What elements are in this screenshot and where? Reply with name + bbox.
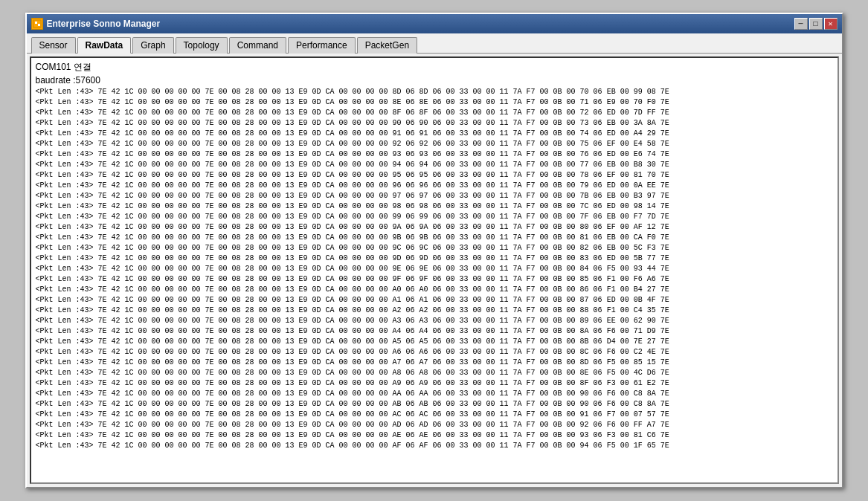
tab-command[interactable]: Command bbox=[229, 37, 286, 54]
data-line: <Pkt Len :43> 7E 42 1C 00 00 00 00 00 7E… bbox=[36, 212, 833, 222]
data-line: <Pkt Len :43> 7E 42 1C 00 00 00 00 00 7E… bbox=[36, 306, 833, 316]
data-line: <Pkt Len :43> 7E 42 1C 00 00 00 00 00 7E… bbox=[36, 430, 833, 441]
data-line: <Pkt Len :43> 7E 42 1C 00 00 00 00 00 7E… bbox=[36, 347, 833, 358]
baudrate-info: baudrate :57600 bbox=[36, 75, 833, 85]
data-line: <Pkt Len :43> 7E 42 1C 00 00 00 00 00 7E… bbox=[36, 160, 833, 170]
svg-rect-1 bbox=[35, 22, 37, 24]
data-line: <Pkt Len :43> 7E 42 1C 00 00 00 00 00 7E… bbox=[36, 253, 833, 264]
data-line: <Pkt Len :43> 7E 42 1C 00 00 00 00 00 7E… bbox=[36, 149, 833, 160]
minimize-button[interactable]: ─ bbox=[794, 18, 808, 30]
tab-bar: Sensor RawData Graph Topology Command Pe… bbox=[27, 33, 842, 54]
tab-packetgen[interactable]: PacketGen bbox=[357, 37, 417, 54]
data-line: <Pkt Len :43> 7E 42 1C 00 00 00 00 00 7E… bbox=[36, 326, 833, 337]
data-line: <Pkt Len :43> 7E 42 1C 00 00 00 00 00 7E… bbox=[36, 420, 833, 430]
data-line: <Pkt Len :43> 7E 42 1C 00 00 00 00 00 7E… bbox=[36, 191, 833, 201]
data-line: <Pkt Len :43> 7E 42 1C 00 00 00 00 00 7E… bbox=[36, 87, 833, 97]
data-line: <Pkt Len :43> 7E 42 1C 00 00 00 00 00 7E… bbox=[36, 285, 833, 295]
data-line: <Pkt Len :43> 7E 42 1C 00 00 00 00 00 7E… bbox=[36, 368, 833, 378]
app-icon bbox=[31, 18, 43, 30]
connection-info: COM101 연결 bbox=[36, 61, 833, 74]
data-line: <Pkt Len :43> 7E 42 1C 00 00 00 00 00 7E… bbox=[36, 170, 833, 181]
close-button[interactable]: ✕ bbox=[824, 18, 838, 30]
title-buttons: ─ □ ✕ bbox=[794, 18, 838, 30]
tab-performance[interactable]: Performance bbox=[288, 37, 356, 54]
rawdata-display[interactable]: COM101 연결 baudrate :57600 <Pkt Len :43> … bbox=[31, 58, 838, 482]
main-window: Enterprise Sonno Manager ─ □ ✕ Sensor Ra… bbox=[25, 13, 843, 488]
data-line: <Pkt Len :43> 7E 42 1C 00 00 00 00 00 7E… bbox=[36, 316, 833, 326]
data-line: <Pkt Len :43> 7E 42 1C 00 00 00 00 00 7E… bbox=[36, 295, 833, 306]
data-line: <Pkt Len :43> 7E 42 1C 00 00 00 00 00 7E… bbox=[36, 222, 833, 233]
data-line: <Pkt Len :43> 7E 42 1C 00 00 00 00 00 7E… bbox=[36, 129, 833, 139]
tab-topology[interactable]: Topology bbox=[176, 37, 228, 54]
data-line: <Pkt Len :43> 7E 42 1C 00 00 00 00 00 7E… bbox=[36, 108, 833, 118]
data-line: <Pkt Len :43> 7E 42 1C 00 00 00 00 00 7E… bbox=[36, 181, 833, 191]
data-line: <Pkt Len :43> 7E 42 1C 00 00 00 00 00 7E… bbox=[36, 264, 833, 274]
data-line: <Pkt Len :43> 7E 42 1C 00 00 00 00 00 7E… bbox=[36, 410, 833, 420]
data-line: <Pkt Len :43> 7E 42 1C 00 00 00 00 00 7E… bbox=[36, 274, 833, 285]
data-line: <Pkt Len :43> 7E 42 1C 00 00 00 00 00 7E… bbox=[36, 201, 833, 212]
tab-rawdata[interactable]: RawData bbox=[77, 37, 132, 54]
svg-rect-2 bbox=[38, 24, 40, 26]
tab-sensor[interactable]: Sensor bbox=[31, 37, 76, 54]
data-line: <Pkt Len :43> 7E 42 1C 00 00 00 00 00 7E… bbox=[36, 441, 833, 451]
title-bar: Enterprise Sonno Manager ─ □ ✕ bbox=[27, 14, 842, 33]
window-title: Enterprise Sonno Manager bbox=[47, 19, 161, 29]
maximize-button[interactable]: □ bbox=[809, 18, 823, 30]
data-line: <Pkt Len :43> 7E 42 1C 00 00 00 00 00 7E… bbox=[36, 399, 833, 410]
data-line: <Pkt Len :43> 7E 42 1C 00 00 00 00 00 7E… bbox=[36, 118, 833, 129]
data-line: <Pkt Len :43> 7E 42 1C 00 00 00 00 00 7E… bbox=[36, 337, 833, 347]
data-line: <Pkt Len :43> 7E 42 1C 00 00 00 00 00 7E… bbox=[36, 358, 833, 368]
data-line: <Pkt Len :43> 7E 42 1C 00 00 00 00 00 7E… bbox=[36, 243, 833, 253]
data-line: <Pkt Len :43> 7E 42 1C 00 00 00 00 00 7E… bbox=[36, 139, 833, 149]
content-area: COM101 연결 baudrate :57600 <Pkt Len :43> … bbox=[30, 56, 839, 484]
data-line: <Pkt Len :43> 7E 42 1C 00 00 00 00 00 7E… bbox=[36, 97, 833, 108]
data-line: <Pkt Len :43> 7E 42 1C 00 00 00 00 00 7E… bbox=[36, 233, 833, 243]
tab-graph[interactable]: Graph bbox=[132, 37, 173, 54]
title-bar-left: Enterprise Sonno Manager bbox=[31, 18, 161, 30]
data-line: <Pkt Len :43> 7E 42 1C 00 00 00 00 00 7E… bbox=[36, 389, 833, 399]
data-line: <Pkt Len :43> 7E 42 1C 00 00 00 00 00 7E… bbox=[36, 378, 833, 389]
